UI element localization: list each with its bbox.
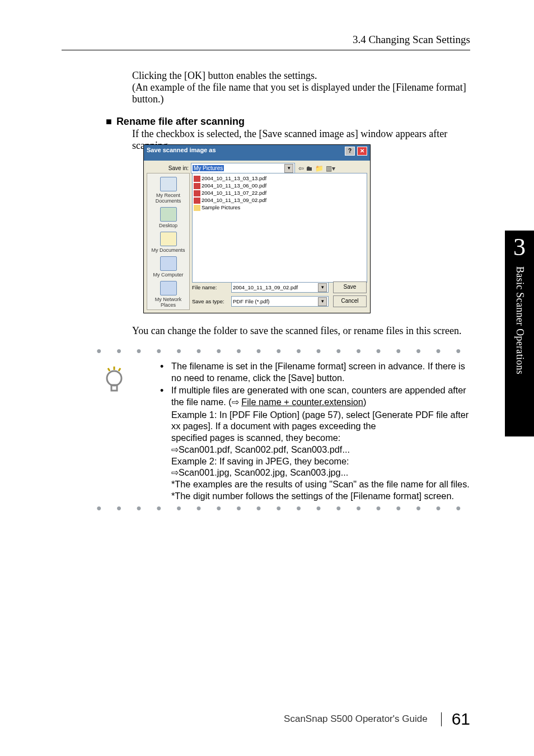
divider-dots-top: ● ● ● ● ● ● ● ● ● ● ● ● ● ● ● ● ● ● ● ● … xyxy=(96,346,470,356)
hint-example1-b: specified pages is scanned, they become: xyxy=(159,432,470,444)
hint-example1-a: Example 1: In [PDF File Option] (page 57… xyxy=(159,409,470,432)
place-mydocs[interactable]: My Documents xyxy=(147,232,189,253)
place-recent[interactable]: My Recent Documents xyxy=(147,177,189,204)
section-title-text: Rename file after scanning xyxy=(116,116,245,127)
filename-counter-link: File name + counter.extension xyxy=(241,397,363,407)
list-item[interactable]: 2004_10_11_13_06_00.pdf xyxy=(194,182,366,189)
running-header: 3.4 Changing Scan Settings xyxy=(62,34,470,46)
hint-icon xyxy=(102,366,126,395)
up-icon[interactable]: 🖿 xyxy=(306,165,313,172)
list-item[interactable]: 2004_10_11_13_09_02.pdf xyxy=(194,196,366,204)
savetype-label: Save as type: xyxy=(192,298,231,304)
place-mycomp[interactable]: My Computer xyxy=(147,256,189,278)
save-in-dropdown[interactable]: My Pictures ▾ xyxy=(191,163,295,173)
chevron-down-icon[interactable]: ▾ xyxy=(318,297,327,306)
page-number: 61 xyxy=(452,710,470,729)
hint-b2-suffix: ) xyxy=(363,397,366,407)
list-item[interactable]: 2004_10_11_13_07_22.pdf xyxy=(194,189,366,196)
file-name: 2004_10_11_13_09_02.pdf xyxy=(202,197,266,203)
hint-note1: *The examples are the results of using "… xyxy=(159,478,470,490)
pdf-icon xyxy=(194,190,200,196)
help-icon[interactable]: ? xyxy=(345,147,355,156)
chapter-title: Basic Scanner Operations xyxy=(514,266,526,429)
dialog-title-text: Save scanned image as xyxy=(147,147,216,159)
footer-guide-title: ScanSnap S500 Operator's Guide xyxy=(284,713,428,725)
chapter-number: 3 xyxy=(505,231,534,266)
place-recent-label: My Recent Documents xyxy=(156,192,181,204)
filename-input[interactable]: 2004_10_11_13_09_02.pdf▾ xyxy=(231,282,329,293)
svg-line-2 xyxy=(108,368,110,371)
arrow-icon: ⇨ xyxy=(232,397,239,407)
place-desktop-label: Desktop xyxy=(159,223,177,228)
hint-example1-c: ⇨Scan001.pdf, Scan002.pdf, Scan003.pdf..… xyxy=(159,444,470,456)
intro-line1: Clicking the [OK] button enables the set… xyxy=(132,70,317,81)
svg-point-0 xyxy=(107,371,121,386)
pdf-icon xyxy=(194,176,200,182)
chevron-down-icon[interactable]: ▾ xyxy=(318,283,327,292)
post-dialog-text: You can change the folder to save the sc… xyxy=(132,325,470,337)
file-name: 2004_10_11_13_03_13.pdf xyxy=(202,175,266,181)
dialog-titlebar: Save scanned image as ? ✕ xyxy=(144,145,370,161)
cancel-button[interactable]: Cancel xyxy=(333,295,367,307)
pdf-icon xyxy=(194,198,200,204)
place-mydocs-label: My Documents xyxy=(151,247,185,253)
file-name: 2004_10_11_13_06_00.pdf xyxy=(202,182,266,189)
svg-rect-1 xyxy=(111,385,117,391)
footer-separator xyxy=(441,712,442,726)
places-bar: My Recent Documents Desktop My Documents… xyxy=(147,173,190,310)
views-icon[interactable]: ▥▾ xyxy=(326,165,335,172)
save-dialog-screenshot: Save scanned image as ? ✕ Save in: My Pi… xyxy=(143,144,371,313)
hint-note2: *The digit number follows the settings o… xyxy=(159,490,470,502)
svg-line-4 xyxy=(119,368,120,371)
chevron-down-icon[interactable]: ▾ xyxy=(284,164,293,173)
place-network-label: My Network Places xyxy=(155,297,182,308)
chapter-tab: 3 Basic Scanner Operations xyxy=(505,231,534,436)
intro-paragraph: Clicking the [OK] button enables the set… xyxy=(132,70,470,105)
pdf-icon xyxy=(194,183,200,189)
hint-bullet-2: If multiple files are generated with one… xyxy=(159,384,470,407)
place-network[interactable]: My Network Places xyxy=(147,281,189,308)
section-heading-rename: ■Rename file after scanning xyxy=(106,116,470,128)
hint-bullet-1: The filename is set in the [Filename for… xyxy=(159,360,470,383)
close-icon[interactable]: ✕ xyxy=(357,147,367,156)
save-in-value: My Pictures xyxy=(193,165,224,171)
place-mycomp-label: My Computer xyxy=(153,272,183,278)
hint-content: The filename is set in the [Filename for… xyxy=(159,360,470,501)
file-list[interactable]: 2004_10_11_13_03_13.pdf 2004_10_11_13_06… xyxy=(192,173,367,283)
hint-example2-b: ⇨Scan001.jpg, Scan002.jpg, Scan003.jpg..… xyxy=(159,467,470,478)
toolbar-icons: ⇦ 🖿 📁 ▥▾ xyxy=(298,165,335,172)
list-item[interactable]: 2004_10_11_13_03_13.pdf xyxy=(194,175,366,182)
section-marker: ■ xyxy=(106,116,112,127)
save-button[interactable]: Save xyxy=(333,281,367,293)
back-icon[interactable]: ⇦ xyxy=(298,165,304,172)
filename-label: File name: xyxy=(192,284,231,290)
place-desktop[interactable]: Desktop xyxy=(147,207,189,228)
file-name: 2004_10_11_13_07_22.pdf xyxy=(202,190,266,196)
hint-example2-a: Example 2: If saving in JPEG, they becom… xyxy=(159,456,470,467)
page-footer: ScanSnap S500 Operator's Guide 61 xyxy=(62,710,470,729)
list-item[interactable]: Sample Pictures xyxy=(194,204,366,211)
new-folder-icon[interactable]: 📁 xyxy=(315,165,324,172)
divider-dots-bottom: ● ● ● ● ● ● ● ● ● ● ● ● ● ● ● ● ● ● ● ● … xyxy=(96,503,470,513)
savetype-value: PDF File (*.pdf) xyxy=(233,298,269,304)
save-in-label: Save in: xyxy=(156,165,191,171)
intro-line2: (An example of the file name that you se… xyxy=(132,82,466,105)
folder-icon xyxy=(194,205,200,211)
header-rule xyxy=(62,50,470,50)
file-name: Sample Pictures xyxy=(202,204,240,210)
filename-value: 2004_10_11_13_09_02.pdf xyxy=(233,284,298,290)
savetype-dropdown[interactable]: PDF File (*.pdf)▾ xyxy=(231,296,329,307)
